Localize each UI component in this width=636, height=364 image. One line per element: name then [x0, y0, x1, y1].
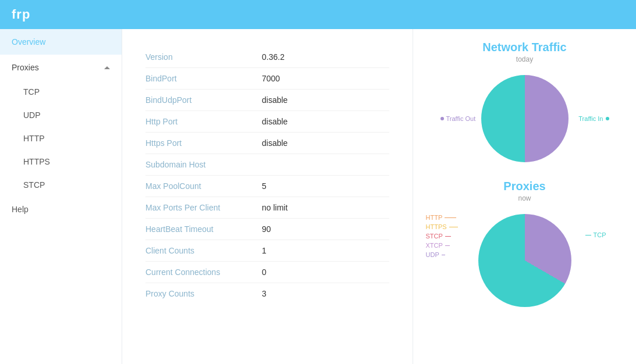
charts-panel: Network Traffic today Traffic Out Traffi… [413, 29, 636, 364]
info-value: 90 [262, 224, 271, 234]
info-value: disable [262, 95, 287, 105]
info-row: Max Ports Per Client no limit [145, 197, 389, 219]
proxy-labels-right: TCP [585, 231, 606, 238]
info-label: BindUdpPort [145, 95, 262, 105]
app-header: frp [0, 0, 636, 29]
info-rows: Version 0.36.2 BindPort 7000 BindUdpPort… [145, 47, 389, 304]
sidebar-item-proxies[interactable]: Proxies [0, 55, 122, 80]
info-label: Max PoolCount [145, 181, 262, 191]
info-label: HeartBeat Timeout [145, 224, 262, 234]
info-label: Max Ports Per Client [145, 203, 262, 212]
proxies-chart-wrapper: HTTP HTTPS STCP XTCP [478, 214, 571, 307]
traffic-out-dot [440, 117, 444, 120]
network-traffic-chart: Traffic Out Traffic In [481, 75, 569, 162]
network-traffic-subtitle: today [516, 55, 533, 63]
info-row: Current Connections 0 [145, 262, 389, 283]
traffic-pie [481, 75, 569, 162]
sidebar-item-tcp[interactable]: TCP [0, 80, 122, 104]
proxies-chart-subtitle: now [518, 194, 531, 202]
info-value: disable [262, 117, 287, 126]
content-area: Version 0.36.2 BindPort 7000 BindUdpPort… [122, 29, 636, 364]
info-label: Version [145, 52, 262, 62]
proxy-labels-left: HTTP HTTPS STCP XTCP [426, 214, 458, 258]
info-row: BindUdpPort disable [145, 90, 389, 111]
sidebar-item-udp[interactable]: UDP [0, 104, 122, 127]
proxy-label-udp: UDP [426, 251, 458, 258]
server-info-panel: Version 0.36.2 BindPort 7000 BindUdpPort… [122, 29, 413, 364]
traffic-in-label: Traffic In [578, 115, 609, 122]
proxies-section: Proxies now HTTP HTTPS STCP [425, 180, 624, 313]
info-label: Subdomain Host [145, 160, 262, 169]
info-label: Client Counts [145, 246, 262, 255]
info-row: Proxy Counts 3 [145, 283, 389, 304]
traffic-in-dot [606, 117, 609, 120]
sidebar-item-https[interactable]: HTTPS [0, 150, 122, 173]
info-row: Max PoolCount 5 [145, 176, 389, 197]
info-value: 0 [262, 267, 267, 277]
info-value: 3 [262, 289, 267, 298]
proxy-label-https: HTTPS [426, 223, 458, 230]
sidebar-item-stcp[interactable]: STCP [0, 173, 122, 197]
info-row: Subdomain Host [145, 154, 389, 176]
sidebar: Overview Proxies TCP UDP HTTP HTTPS STCP… [0, 29, 122, 364]
info-label: BindPort [145, 74, 262, 83]
info-label: Https Port [145, 138, 262, 148]
network-traffic-section: Network Traffic today Traffic Out Traffi… [425, 41, 624, 168]
info-value: no limit [262, 203, 287, 212]
info-label: Proxy Counts [145, 289, 262, 298]
sidebar-item-http[interactable]: HTTP [0, 127, 122, 150]
proxies-chart-title: Proxies [503, 180, 545, 193]
traffic-out-label: Traffic Out [440, 115, 476, 122]
info-label: Current Connections [145, 267, 262, 277]
info-row: Http Port disable [145, 111, 389, 133]
chevron-up-icon [104, 66, 110, 69]
proxies-pie [478, 214, 571, 307]
sidebar-item-overview[interactable]: Overview [0, 29, 122, 55]
info-row: HeartBeat Timeout 90 [145, 219, 389, 240]
network-traffic-title: Network Traffic [482, 41, 566, 54]
info-row: Version 0.36.2 [145, 47, 389, 68]
proxy-label-http: HTTP [426, 214, 458, 221]
info-row: Client Counts 1 [145, 240, 389, 262]
proxy-label-stcp: STCP [426, 233, 458, 240]
app-title: frp [12, 7, 30, 22]
proxy-label-tcp: TCP [585, 231, 606, 238]
info-label: Http Port [145, 117, 262, 126]
info-value: 5 [262, 181, 267, 191]
info-value: disable [262, 138, 287, 148]
info-value: 7000 [262, 74, 280, 83]
info-value: 1 [262, 246, 267, 255]
sidebar-item-help[interactable]: Help [0, 197, 122, 222]
main-layout: Overview Proxies TCP UDP HTTP HTTPS STCP… [0, 29, 636, 364]
info-row: BindPort 7000 [145, 68, 389, 90]
info-row: Https Port disable [145, 133, 389, 154]
proxy-label-xtcp: XTCP [426, 242, 458, 249]
info-value: 0.36.2 [262, 52, 285, 62]
